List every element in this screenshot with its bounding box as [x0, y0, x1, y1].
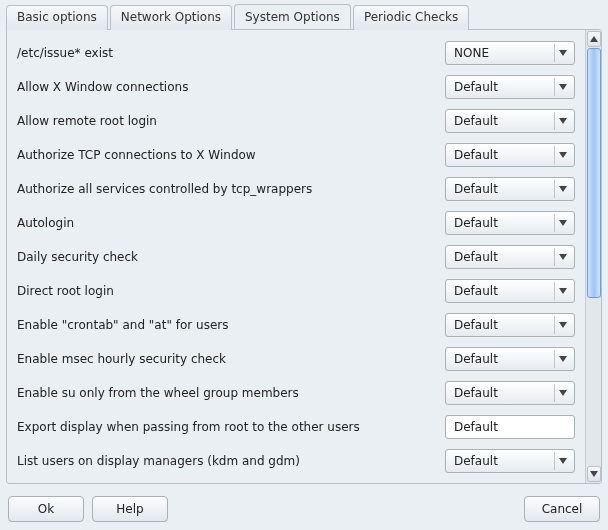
option-row: List users on display managers (kdm and … [17, 444, 575, 478]
option-combobox-value: NONE [454, 46, 489, 60]
svg-marker-4 [559, 186, 567, 192]
option-label: Allow X Window connections [17, 80, 445, 94]
option-row: Export display when passing from root to… [17, 410, 575, 444]
option-combobox[interactable]: Default [445, 347, 575, 371]
option-label: Enable "crontab" and "at" for users [17, 318, 445, 332]
option-label: Enable msec hourly security check [17, 352, 445, 366]
chevron-down-icon [554, 282, 570, 300]
option-row: Enable su only from the wheel group memb… [17, 376, 575, 410]
option-combobox-value: Default [454, 454, 498, 468]
settings-window: Basic options Network Options System Opt… [0, 0, 608, 530]
dialog-footer: Ok Help Cancel [0, 490, 608, 530]
svg-marker-11 [559, 458, 567, 464]
svg-marker-6 [559, 254, 567, 260]
tab-basic-options[interactable]: Basic options [6, 5, 108, 30]
option-combobox[interactable]: Default [445, 245, 575, 269]
option-label: List users on display managers (kdm and … [17, 454, 445, 468]
option-label: /etc/issue* exist [17, 46, 445, 60]
svg-marker-13 [590, 471, 598, 477]
option-combobox-value: Default [454, 182, 498, 196]
option-combobox-value: Default [454, 318, 498, 332]
option-label: Autologin [17, 216, 445, 230]
chevron-down-icon [554, 248, 570, 266]
tabs: Basic options Network Options System Opt… [6, 4, 602, 29]
help-button[interactable]: Help [92, 496, 168, 522]
option-combobox[interactable]: Default [445, 381, 575, 405]
chevron-down-icon [554, 78, 570, 96]
option-row: Enable "crontab" and "at" for usersDefau… [17, 308, 575, 342]
option-label: Authorize TCP connections to X Window [17, 148, 445, 162]
option-label: Authorize all services controlled by tcp… [17, 182, 445, 196]
chevron-down-icon [554, 112, 570, 130]
chevron-down-icon [554, 384, 570, 402]
tab-system-options[interactable]: System Options [234, 4, 351, 29]
option-combobox-value: Default [454, 148, 498, 162]
chevron-down-icon [554, 452, 570, 470]
option-combobox[interactable]: Default [445, 279, 575, 303]
option-label: Daily security check [17, 250, 445, 264]
option-combobox[interactable]: Default [445, 109, 575, 133]
option-label: Enable su only from the wheel group memb… [17, 386, 445, 400]
tab-panel-system-options: /etc/issue* existNONEAllow X Window conn… [6, 29, 602, 484]
option-row: Authorize all services controlled by tcp… [17, 172, 575, 206]
svg-marker-7 [559, 288, 567, 294]
option-combobox-value: Default [454, 284, 498, 298]
svg-marker-12 [590, 36, 598, 42]
chevron-down-icon [554, 350, 570, 368]
option-combobox-value: Default [454, 250, 498, 264]
svg-marker-10 [559, 390, 567, 396]
option-row: Direct root loginDefault [17, 274, 575, 308]
svg-marker-8 [559, 322, 567, 328]
option-combobox[interactable]: Default [445, 75, 575, 99]
option-row: AutologinDefault [17, 206, 575, 240]
option-row: Authorize TCP connections to X WindowDef… [17, 138, 575, 172]
vertical-scrollbar[interactable] [585, 30, 601, 483]
option-row: Enable msec hourly security checkDefault [17, 342, 575, 376]
option-combobox[interactable]: Default [445, 449, 575, 473]
ok-button[interactable]: Ok [8, 496, 84, 522]
option-combobox[interactable]: NONE [445, 41, 575, 65]
option-label: Allow remote root login [17, 114, 445, 128]
option-combobox-value: Default [454, 216, 498, 230]
scroll-thumb[interactable] [587, 48, 601, 298]
scroll-track[interactable] [587, 48, 601, 465]
chevron-down-icon [554, 146, 570, 164]
option-label: Direct root login [17, 284, 445, 298]
scroll-up-button[interactable] [587, 31, 601, 47]
tab-network-options[interactable]: Network Options [110, 5, 232, 30]
svg-marker-3 [559, 152, 567, 158]
option-text-input[interactable] [445, 415, 575, 439]
option-row: /etc/issue* existNONE [17, 36, 575, 70]
system-options-list: /etc/issue* existNONEAllow X Window conn… [7, 30, 585, 483]
option-row: Daily security checkDefault [17, 240, 575, 274]
scroll-down-button[interactable] [587, 466, 601, 482]
option-combobox[interactable]: Default [445, 313, 575, 337]
svg-marker-1 [559, 84, 567, 90]
svg-marker-9 [559, 356, 567, 362]
chevron-down-icon [554, 316, 570, 334]
cancel-button[interactable]: Cancel [524, 496, 600, 522]
svg-marker-0 [559, 50, 567, 56]
chevron-down-icon [554, 180, 570, 198]
option-combobox[interactable]: Default [445, 211, 575, 235]
option-row: Allow remote root loginDefault [17, 104, 575, 138]
option-row: Allow X Window connectionsDefault [17, 70, 575, 104]
option-combobox-value: Default [454, 80, 498, 94]
option-combobox-value: Default [454, 386, 498, 400]
svg-marker-5 [559, 220, 567, 226]
option-combobox[interactable]: Default [445, 143, 575, 167]
option-combobox-value: Default [454, 352, 498, 366]
chevron-down-icon [554, 214, 570, 232]
option-combobox-value: Default [454, 114, 498, 128]
option-combobox[interactable]: Default [445, 177, 575, 201]
tab-periodic-checks[interactable]: Periodic Checks [353, 5, 469, 30]
option-label: Export display when passing from root to… [17, 420, 445, 434]
svg-marker-2 [559, 118, 567, 124]
chevron-down-icon [554, 44, 570, 62]
